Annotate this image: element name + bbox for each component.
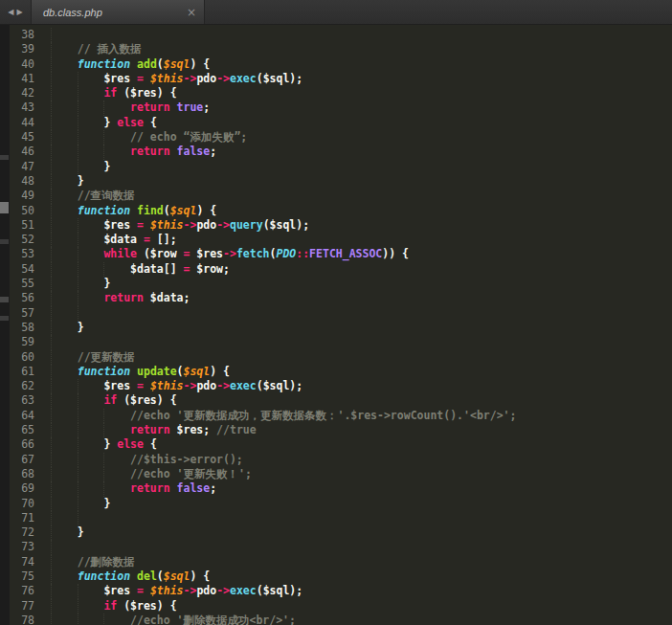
code-line[interactable]: 75 function del($sql) { — [10, 569, 672, 584]
code-line[interactable]: 74 //删除数据 — [10, 555, 672, 569]
edge-mark — [0, 239, 9, 244]
code-editor[interactable]: 3839 // 插入数据40 function add($sql) {41 $r… — [0, 25, 672, 625]
indent-guide — [103, 453, 104, 467]
code-line[interactable]: 73 — [10, 540, 672, 554]
tab-title: db.class.php — [43, 7, 102, 18]
indent-guide — [51, 160, 52, 174]
code-text — [38, 28, 672, 42]
code-line[interactable]: 68 //echo '更新失败！'; — [10, 467, 672, 481]
code-text: } else { — [38, 437, 672, 452]
nav-forward-icon[interactable]: ▶ — [17, 8, 23, 16]
code-line[interactable]: 60 //更新数据 — [10, 350, 672, 365]
code-line[interactable]: 76 $res = $this->pdo->exec($sql); — [10, 584, 672, 598]
indent-guide — [51, 379, 52, 393]
code-line[interactable]: 41 $res = $this->pdo->exec($sql); — [10, 72, 672, 86]
tab-db-class-php[interactable]: db.class.php × — [31, 0, 205, 24]
indent-guide — [78, 409, 78, 423]
code-line[interactable]: 65 return $res; //true — [10, 423, 672, 437]
indent-guide — [78, 481, 78, 496]
code-line[interactable]: 48 } — [10, 174, 672, 189]
code-line[interactable]: 64 //echo '更新数据成功，更新数据条数：'.$res->rowCoun… — [10, 409, 672, 423]
indent-guide — [78, 291, 78, 305]
line-number: 49 — [10, 189, 38, 203]
code-line[interactable]: 77 if ($res) { — [10, 599, 672, 614]
code-line[interactable]: 56 return $data; — [10, 291, 672, 305]
code-line[interactable]: 62 $res = $this->pdo->exec($sql); — [10, 379, 672, 393]
indent-guide — [51, 116, 52, 130]
indent-guide — [51, 453, 52, 467]
indent-guide — [51, 28, 52, 42]
code-text: //echo '更新数据成功，更新数据条数：'.$res->rowCount()… — [38, 409, 672, 423]
indent-guide — [78, 467, 78, 481]
nav-back-icon[interactable]: ◀ — [8, 8, 13, 16]
indent-guide — [51, 57, 52, 72]
code-text: return $data; — [38, 291, 672, 305]
code-line[interactable]: 61 function update($sql) { — [10, 365, 672, 379]
code-line[interactable]: 53 while ($row = $res->fetch(PDO::FETCH_… — [10, 247, 672, 261]
code-text: //查询数据 — [38, 189, 672, 203]
code-line[interactable]: 67 //$this->error(); — [10, 453, 672, 467]
code-text: $res = $this->pdo->exec($sql); — [38, 584, 672, 598]
line-number: 60 — [10, 350, 38, 365]
edge-mark — [0, 297, 9, 302]
indent-guide — [78, 379, 78, 393]
indent-guide — [51, 174, 52, 189]
code-line[interactable]: 42 if ($res) { — [10, 86, 672, 100]
indent-guide — [78, 218, 78, 233]
close-icon[interactable]: × — [187, 7, 196, 18]
code-line[interactable]: 47 } — [10, 160, 672, 174]
indent-guide — [51, 189, 52, 203]
code-line[interactable]: 49 //查询数据 — [10, 189, 672, 203]
line-number: 50 — [10, 204, 38, 218]
code-line[interactable]: 51 $res = $this->pdo->query($sql); — [10, 218, 672, 233]
line-number: 78 — [10, 614, 38, 625]
code-line[interactable]: 66 } else { — [10, 437, 672, 452]
line-number: 54 — [10, 262, 38, 277]
line-number: 61 — [10, 365, 38, 379]
code-line[interactable]: 69 return false; — [10, 481, 672, 496]
code-text: //删除数据 — [38, 555, 672, 569]
line-number: 69 — [10, 481, 38, 496]
code-text: $data = []; — [38, 233, 672, 247]
line-number: 52 — [10, 233, 38, 247]
indent-guide — [103, 145, 104, 159]
code-line[interactable]: 72 } — [10, 525, 672, 540]
code-line[interactable]: 46 return false; — [10, 145, 672, 159]
code-line[interactable]: 71 — [10, 511, 672, 525]
code-line[interactable]: 52 $data = []; — [10, 233, 672, 247]
code-text: return false; — [38, 481, 672, 496]
indent-guide — [51, 86, 52, 100]
indent-guide — [78, 584, 78, 598]
indent-guide — [51, 204, 52, 218]
code-line[interactable]: 59 — [10, 335, 672, 349]
indent-guide — [51, 599, 52, 614]
code-line[interactable]: 78 //echo '删除数据成功<br/>'; — [10, 614, 672, 625]
code-line[interactable]: 45 // echo “添加失败”; — [10, 130, 672, 145]
indent-guide — [51, 555, 52, 569]
indent-guide — [51, 335, 52, 349]
code-line[interactable]: 44 } else { — [10, 116, 672, 130]
line-number: 43 — [10, 100, 38, 115]
code-text — [38, 540, 672, 554]
indent-guide — [51, 145, 52, 159]
indent-guide — [78, 497, 78, 511]
code-line[interactable]: 43 return true; — [10, 100, 672, 115]
code-text: // echo “添加失败”; — [38, 130, 672, 145]
line-number: 53 — [10, 247, 38, 261]
code-line[interactable]: 57 — [10, 306, 672, 321]
indent-guide — [103, 614, 104, 625]
code-line[interactable]: 55 } — [10, 277, 672, 291]
line-number: 57 — [10, 306, 38, 321]
code-text: // 插入数据 — [38, 42, 672, 56]
editor-window: ◀ ▶ db.class.php × 3839 // 插入数据40 functi… — [0, 0, 672, 625]
code-line[interactable]: 39 // 插入数据 — [10, 42, 672, 56]
code-line[interactable]: 50 function find($sql) { — [10, 204, 672, 218]
code-line[interactable]: 63 if ($res) { — [10, 393, 672, 408]
line-number: 59 — [10, 335, 38, 349]
indent-guide — [78, 100, 78, 115]
code-line[interactable]: 40 function add($sql) { — [10, 57, 672, 72]
code-line[interactable]: 58 } — [10, 321, 672, 335]
code-line[interactable]: 70 } — [10, 497, 672, 511]
code-line[interactable]: 38 — [10, 28, 672, 42]
code-line[interactable]: 54 $data[] = $row; — [10, 262, 672, 277]
